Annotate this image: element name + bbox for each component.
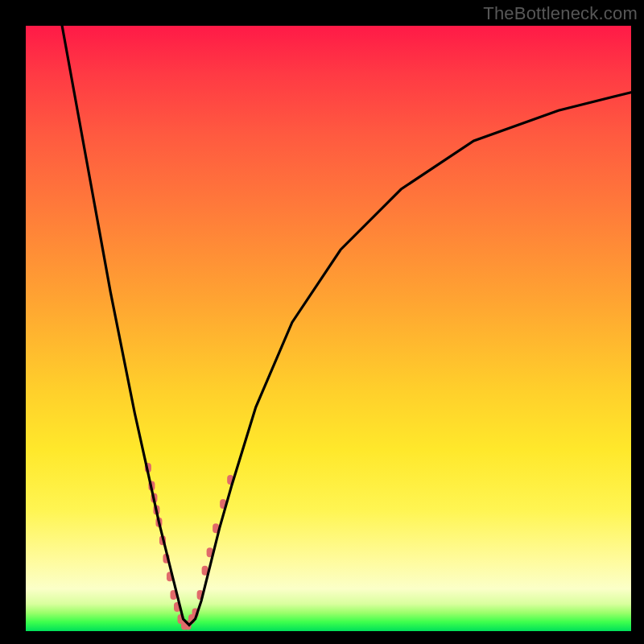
plot-area xyxy=(26,26,631,631)
curve-layer xyxy=(26,26,631,631)
bottleneck-curve xyxy=(62,26,631,625)
watermark-text: TheBottleneck.com xyxy=(483,3,638,24)
marker-group xyxy=(145,463,233,630)
chart-stage: TheBottleneck.com xyxy=(0,0,644,644)
